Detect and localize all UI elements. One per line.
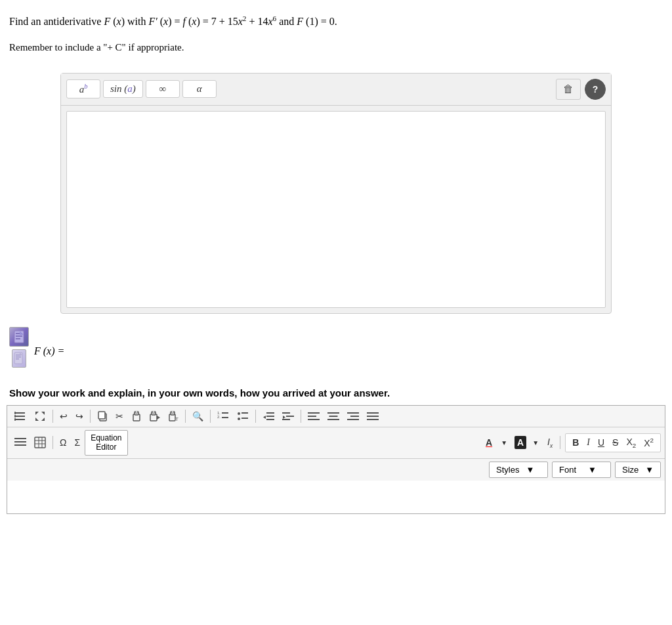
undo-button[interactable]: ↩ [56, 409, 71, 423]
svg-rect-45 [308, 412, 320, 414]
font-dropdown[interactable]: Font ▼ [552, 462, 611, 478]
redo-button[interactable]: ↪ [72, 409, 87, 423]
svg-rect-10 [16, 412, 25, 414]
omega-button[interactable]: Ω [56, 435, 70, 450]
help-button[interactable]: ? [585, 79, 606, 100]
indent-button[interactable] [279, 408, 297, 424]
dropdown-row: Styles ▼ Font ▼ Size ▼ [7, 459, 665, 481]
equation-editor-label: EquationEditor [91, 433, 121, 452]
svg-marker-40 [263, 416, 266, 419]
sin-button[interactable]: sin (a) [103, 80, 143, 98]
svg-rect-20 [135, 411, 138, 413]
show-work-label: Show your work and explain, in your own … [7, 387, 665, 399]
find-button[interactable]: 🔍 [189, 409, 207, 423]
styles-label: Styles [496, 465, 519, 475]
svg-rect-57 [14, 438, 26, 439]
svg-rect-41 [282, 412, 290, 414]
svg-rect-52 [350, 416, 359, 417]
insert-icon-top[interactable] [9, 327, 29, 347]
insert-icon-bottom[interactable] [12, 349, 26, 368]
table-button[interactable] [31, 435, 49, 450]
superscript-button[interactable]: X2 [641, 435, 656, 450]
underline-button[interactable]: U [595, 436, 607, 449]
svg-rect-54 [367, 412, 379, 414]
svg-rect-47 [308, 419, 320, 420]
svg-rect-27 [171, 411, 174, 413]
math-toolbar: ab sin (a) ∞ α 🗑 ? [61, 74, 611, 106]
svg-rect-53 [347, 419, 359, 420]
sigma-button[interactable]: Σ [71, 435, 83, 450]
svg-rect-49 [329, 416, 338, 417]
problem-text: Find an antiderivative F (x) with F′ (x)… [7, 13, 665, 30]
svg-rect-8 [16, 358, 19, 360]
bold-button[interactable]: B [570, 436, 581, 449]
text-editor: ↩ ↪ ✂ [7, 405, 665, 514]
font-color-button[interactable]: A [483, 436, 495, 449]
format-toolbar-right: A ▼ A ▼ Ix B I U S X2 X2 [483, 433, 661, 452]
svg-marker-44 [283, 416, 285, 419]
exponent-button[interactable]: ab [66, 79, 100, 98]
svg-rect-58 [14, 441, 26, 442]
math-editor: ab sin (a) ∞ α 🗑 ? [60, 73, 612, 314]
svg-rect-15 [14, 418, 16, 421]
math-input-area[interactable] [66, 111, 606, 308]
text-editor-input[interactable] [7, 481, 665, 513]
svg-rect-3 [16, 338, 20, 339]
format-group: B I U S X2 X2 [565, 433, 661, 452]
svg-rect-31 [222, 412, 228, 414]
svg-rect-50 [327, 419, 339, 420]
svg-rect-55 [367, 416, 379, 417]
size-label: Size [622, 465, 639, 475]
font-color-dropdown[interactable]: ▼ [497, 437, 511, 448]
svg-rect-23 [152, 411, 155, 413]
svg-rect-13 [14, 412, 16, 414]
svg-text:2.: 2. [217, 415, 220, 419]
size-dropdown[interactable]: Size ▼ [615, 462, 661, 478]
alpha-button[interactable]: α [182, 80, 217, 98]
infinity-button[interactable]: ∞ [146, 80, 180, 98]
highlight-color-dropdown[interactable]: ▼ [529, 437, 542, 448]
unordered-list-button[interactable] [234, 408, 252, 424]
align-right-button[interactable] [344, 408, 362, 424]
align-center-button[interactable] [324, 408, 343, 424]
expand-icon[interactable] [31, 408, 49, 424]
paste-button[interactable] [128, 409, 145, 423]
svg-rect-42 [286, 416, 294, 417]
svg-rect-37 [266, 412, 274, 414]
svg-rect-56 [367, 419, 379, 420]
svg-rect-11 [16, 416, 25, 417]
font-dropdown-arrow: ▼ [588, 465, 597, 475]
toolbar-row2: Ω Σ EquationEditor A ▼ A ▼ Ix B [7, 427, 665, 459]
equation-editor-button[interactable]: EquationEditor [85, 430, 127, 456]
outdent-button[interactable] [259, 408, 278, 424]
align-justify-button[interactable] [364, 408, 382, 424]
toolbar-row1: ↩ ↪ ✂ [7, 406, 665, 427]
svg-rect-35 [242, 412, 248, 414]
highlight-color-button[interactable]: A [514, 436, 526, 449]
svg-rect-59 [14, 444, 26, 446]
copy-button[interactable] [94, 409, 111, 423]
font-label: Font [559, 465, 576, 475]
fx-icons [9, 327, 29, 368]
svg-marker-24 [157, 416, 160, 420]
reminder-text: Remember to include a "+ C" if appropria… [7, 42, 665, 53]
strikethrough-button[interactable]: S [610, 436, 621, 449]
svg-rect-17 [98, 412, 105, 419]
cut-button[interactable]: ✂ [112, 409, 127, 423]
styles-dropdown-arrow: ▼ [526, 465, 534, 475]
svg-rect-7 [16, 356, 21, 358]
paste-text-button[interactable]: T [165, 409, 182, 423]
italic-button[interactable]: I [584, 436, 593, 449]
svg-rect-36 [242, 418, 248, 419]
svg-rect-46 [308, 416, 316, 417]
subscript-button[interactable]: X2 [623, 435, 639, 450]
clear-format-button[interactable]: Ix [545, 435, 555, 450]
list-icon[interactable] [11, 408, 30, 424]
align-left-button[interactable] [304, 408, 323, 424]
styles-dropdown[interactable]: Styles ▼ [489, 462, 548, 478]
svg-rect-48 [327, 412, 339, 414]
ordered-list-button[interactable]: 1. 2. [214, 408, 232, 424]
trash-button[interactable]: 🗑 [556, 79, 581, 100]
paste-special-button[interactable] [146, 409, 163, 423]
paragraph-list-button[interactable] [11, 435, 30, 450]
